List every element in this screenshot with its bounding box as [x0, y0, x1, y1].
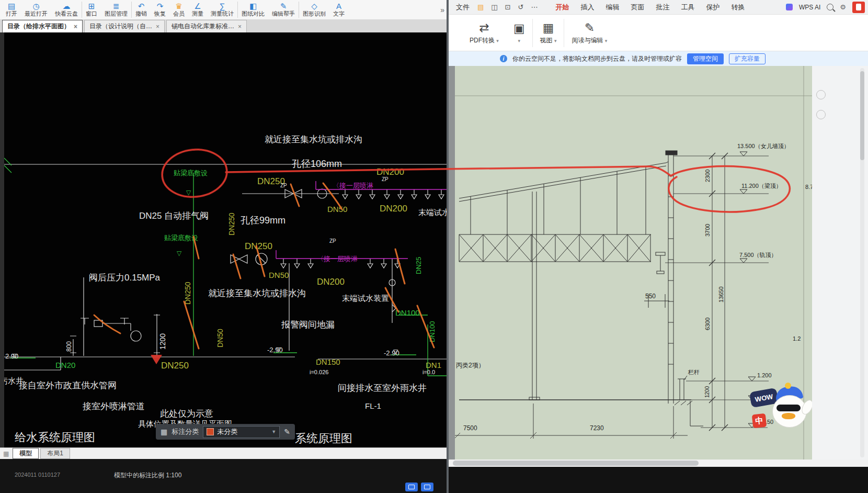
layout-tabbar: ▦ 模型布局1 [0, 447, 449, 459]
edit-helper-button[interactable]: ✎ 编辑帮手 [268, 2, 299, 18]
window-icon: ⊞ [88, 2, 95, 10]
menu-start[interactable]: 开始 [550, 1, 575, 14]
category-value: 未分类 [217, 427, 268, 436]
horizontal-scrollbar[interactable] [449, 460, 868, 467]
tab-design-notes[interactable]: 目录（设计说明（自… × [84, 20, 165, 32]
canvas-text: 就近接至集水坑或排水沟 [208, 289, 306, 298]
toolbar-overflow-icon[interactable]: » [440, 6, 444, 14]
undo-button[interactable]: ↶ 撤销 [131, 2, 151, 18]
window-divider[interactable] [447, 0, 449, 493]
menu-protect[interactable]: 保护 [700, 1, 725, 14]
drawing-text: 栏杆 [688, 369, 700, 376]
undo-icon[interactable]: ↺ [515, 3, 528, 11]
menu-annotate[interactable]: 批注 [650, 1, 675, 14]
expand-capacity-button[interactable]: 扩充容量 [729, 53, 766, 64]
recent-open-button[interactable]: ◷ 最近打开 [21, 2, 51, 18]
tab-close-icon[interactable]: × [74, 23, 77, 30]
redo-button[interactable]: ↷ 恢复 [151, 2, 169, 18]
red-packet-icon[interactable] [852, 2, 865, 13]
text-tool-button[interactable]: A 文字 [329, 2, 348, 18]
tab-close-icon[interactable]: × [238, 23, 242, 30]
read-edit-button[interactable]: ✎ 阅读与编辑 ▾ [564, 19, 614, 47]
cad-statusbar: 2024011 0110127 模型中的标注比例 1:100 [0, 459, 449, 493]
canvas-text: DN20 [55, 361, 75, 369]
tab-xidian-warehouse[interactable]: 锡电自动化库兼标准… × [166, 20, 247, 32]
tab-drainage-plan[interactable]: 目录（给排水平面图） × [2, 20, 83, 32]
pdf-tools-icon: ▣ [513, 21, 525, 35]
folder-icon[interactable]: ▤ [474, 3, 487, 11]
shape-recognition-button[interactable]: ◇ 图形识别 [299, 2, 329, 18]
layer-manager-button[interactable]: ≣ 图层管理 [101, 2, 131, 18]
status-panel-icon[interactable] [405, 483, 418, 491]
canvas-text: DN100 [395, 309, 420, 317]
cloud-storage-notice: i 你的云空间不足，将影响文档同步到云盘，请及时管理或扩容 管理空间 扩充容量 [449, 51, 868, 66]
float-button[interactable] [816, 90, 826, 99]
canvas-text: ZP [329, 239, 336, 244]
measure-button[interactable]: ∠ 测量 [188, 2, 207, 18]
edit-annotation-icon[interactable]: ✎ [284, 428, 290, 436]
layout-grid-icon[interactable]: ▦ [3, 450, 9, 457]
canvas-text: DN200 [317, 277, 345, 287]
canvas-text: DN250 [161, 361, 189, 371]
recent-files-icon: ◷ [32, 2, 39, 10]
pdf-convert-button[interactable]: ⇄ PDF转换 ▾ [462, 19, 506, 47]
view-button[interactable]: ▦ 视图 ▾ [532, 19, 564, 47]
canvas-text: DN25 [415, 257, 422, 274]
menu-page[interactable]: 页面 [625, 1, 650, 14]
canvas-text: ▽ [276, 346, 281, 353]
menu-convert[interactable]: 转换 [725, 1, 750, 14]
drawing-compare-button[interactable]: ◧ 图纸对比 [237, 2, 268, 18]
notice-text: 你的云空间不足，将影响文档同步到云盘，请及时管理或扩容 [512, 54, 682, 63]
measure-stats-button[interactable]: ∑ 测量统计 [207, 2, 237, 18]
file-menu[interactable]: 文件 [452, 3, 474, 12]
canvas-text: 报警阀间地漏 [281, 320, 335, 330]
duck-beak [782, 413, 795, 419]
vertical-scrollbar[interactable] [860, 68, 864, 457]
menu-tools[interactable]: 工具 [675, 1, 700, 14]
edit-helper-icon: ✎ [280, 2, 287, 10]
menu-insert[interactable]: 插入 [575, 1, 600, 14]
tab-layout1[interactable]: 布局1 [40, 448, 70, 459]
status-panel-icon[interactable] [421, 483, 433, 491]
cloud-drive-icon: ☁ [63, 2, 71, 10]
vertical-scrollbar-thumb[interactable] [860, 71, 864, 160]
more-icon[interactable]: ⋯ [527, 3, 541, 11]
settings-icon[interactable]: ⚙ [840, 3, 846, 11]
canvas-text: 系统原理图 [295, 432, 352, 444]
drawing-text: 13650 [718, 286, 725, 302]
document-number-text: 2024011 0110127 [15, 472, 60, 478]
tab-close-icon[interactable]: × [156, 23, 159, 30]
pdf-tools-button[interactable]: ▣ ▾ [506, 19, 532, 46]
search-icon[interactable] [827, 4, 833, 10]
canvas-text: 给水系统原理图 [15, 431, 95, 443]
cloud-drive-button[interactable]: ☁ 快看云盘 [51, 2, 82, 18]
horizontal-scrollbar-thumb[interactable] [453, 461, 699, 466]
pdf-page[interactable]: 13.500（女儿墙顶）11.200（梁顶）7.500（轨顶）1.200±0.0… [455, 66, 812, 460]
wps-ai-icon [786, 4, 793, 10]
cad-drawing-canvas[interactable]: 就近接至集水坑或排水沟孔径106mmDN200ZPDN250ZP〈接一层喷淋DN… [4, 32, 449, 447]
vip-member-button[interactable]: ♛ 会员 [169, 2, 188, 18]
annotation-category-popup: ▦ 标注分类 未分类 ▼ ✎ [156, 424, 295, 440]
canvas-text: ▽ [186, 189, 191, 196]
chevron-down-icon: ▾ [518, 38, 520, 43]
canvas-text: DN150 [316, 358, 340, 366]
canvas-text: DN50 [269, 271, 289, 279]
drawing-compare-icon: ◧ [249, 2, 257, 10]
category-dropdown[interactable]: 未分类 ▼ [203, 426, 280, 438]
grid-icon[interactable]: ▦ [161, 428, 167, 436]
window-button[interactable]: ⊞ 窗口 [82, 2, 101, 18]
canvas-text: 末端试水装置 [342, 294, 389, 302]
float-button[interactable] [816, 110, 826, 119]
document-tabbar: 目录（给排水平面图） × 目录（设计说明（自… × 锡电自动化库兼标准… × [0, 20, 449, 32]
drawing-text: 丙类2项） [456, 362, 485, 369]
canvas-text: ▽ [393, 349, 398, 355]
manage-space-button[interactable]: 管理空间 [687, 53, 724, 64]
wps-ai-label[interactable]: WPS AI [799, 4, 820, 11]
menu-edit[interactable]: 编辑 [600, 1, 625, 14]
canvas-text: DN250 [184, 282, 192, 305]
open-button[interactable]: ▤ 打开 [2, 2, 21, 18]
cad-toolbar: ▤ 打开 ◷ 最近打开 ☁ 快看云盘 ⊞ 窗口 ≣ 图层管理 ↶ 撤销 ↷ 恢复 [0, 0, 449, 20]
save-icon[interactable]: ◫ [487, 3, 501, 11]
tab-model[interactable]: 模型 [13, 448, 39, 459]
print-icon[interactable]: ⊡ [501, 3, 515, 11]
